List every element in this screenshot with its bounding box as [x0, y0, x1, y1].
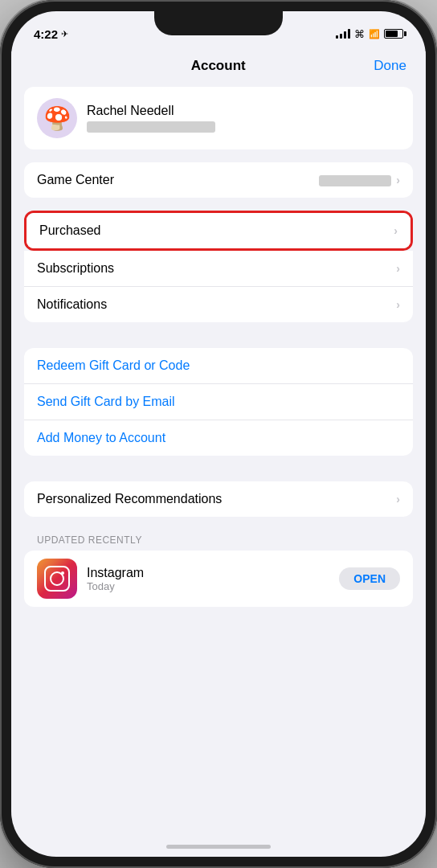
- wifi-symbol: 📶: [369, 29, 380, 39]
- links-card: Redeem Gift Card or Code Send Gift Card …: [24, 348, 413, 456]
- updated-apps-card: Instagram Today OPEN: [24, 551, 413, 607]
- subscriptions-chevron-icon: ›: [396, 262, 400, 275]
- notifications-row[interactable]: Notifications ›: [24, 286, 413, 322]
- purchased-chevron-icon: ›: [394, 224, 398, 237]
- status-time: 4:22: [34, 27, 58, 41]
- notch: [154, 11, 283, 35]
- updated-recently-header: UPDATED RECENTLY: [24, 530, 413, 551]
- app-subtitle: Today: [87, 580, 329, 592]
- instagram-icon: [37, 559, 77, 599]
- location-icon: ✈: [61, 29, 68, 39]
- content-area: 🍄 Rachel Needell Game Center: [11, 80, 426, 626]
- signal-bars: [336, 29, 350, 39]
- wifi-icon: ⌘: [354, 28, 365, 40]
- profile-row[interactable]: 🍄 Rachel Needell: [24, 87, 413, 149]
- game-center-card: Game Center ›: [24, 162, 413, 198]
- main-list-section: Purchased › Subscriptions › Notification…: [24, 211, 413, 322]
- status-icons: ⌘ 📶: [336, 28, 403, 40]
- game-center-label: Game Center: [37, 173, 319, 187]
- add-money-label: Add Money to Account: [37, 431, 165, 445]
- add-money-row[interactable]: Add Money to Account: [24, 420, 413, 456]
- send-gift-row[interactable]: Send Gift Card by Email: [24, 383, 413, 420]
- home-indicator: [166, 845, 271, 849]
- purchased-label: Purchased: [39, 223, 394, 238]
- game-center-value: [319, 174, 391, 186]
- chevron-icon: ›: [396, 174, 400, 186]
- page-title: Account: [191, 58, 246, 74]
- battery-icon: [384, 29, 403, 39]
- instagram-app-row[interactable]: Instagram Today OPEN: [24, 551, 413, 607]
- phone-frame: 4:22 ✈ ⌘ 📶: [0, 0, 437, 868]
- sub-notif-card: Subscriptions › Notifications ›: [24, 251, 413, 322]
- redeem-label: Redeem Gift Card or Code: [37, 358, 190, 373]
- personalized-label: Personalized Recommendations: [37, 492, 396, 506]
- personalized-card: Personalized Recommendations ›: [24, 481, 413, 517]
- open-button[interactable]: OPEN: [339, 567, 400, 590]
- phone-screen: 4:22 ✈ ⌘ 📶: [11, 11, 426, 857]
- profile-card[interactable]: 🍄 Rachel Needell: [24, 87, 413, 149]
- game-center-row[interactable]: Game Center ›: [24, 162, 413, 198]
- personalized-chevron-icon: ›: [396, 493, 400, 506]
- subscriptions-row[interactable]: Subscriptions ›: [24, 251, 413, 286]
- purchased-highlight-wrapper: Purchased ›: [24, 211, 413, 251]
- done-button[interactable]: Done: [374, 58, 406, 74]
- subscriptions-label: Subscriptions: [37, 261, 396, 276]
- purchased-row[interactable]: Purchased ›: [27, 213, 410, 248]
- notifications-chevron-icon: ›: [396, 298, 400, 311]
- profile-email: [87, 121, 400, 133]
- nav-bar: Account Done: [11, 51, 426, 80]
- profile-name: Rachel Needell: [87, 104, 400, 118]
- redeem-row[interactable]: Redeem Gift Card or Code: [24, 348, 413, 383]
- personalized-row[interactable]: Personalized Recommendations ›: [24, 481, 413, 517]
- avatar: 🍄: [37, 98, 77, 138]
- send-gift-label: Send Gift Card by Email: [37, 395, 175, 409]
- notifications-label: Notifications: [37, 297, 396, 312]
- app-name: Instagram: [87, 566, 329, 580]
